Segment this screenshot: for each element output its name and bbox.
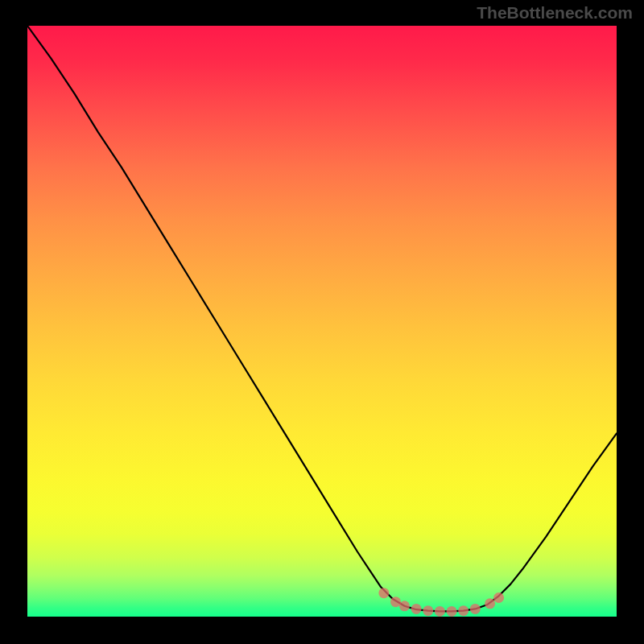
chart-marker bbox=[411, 604, 422, 614]
chart-marker bbox=[423, 605, 433, 616]
chart-plot-area bbox=[27, 26, 617, 617]
chart-marker bbox=[447, 606, 457, 617]
chart-marker bbox=[378, 588, 389, 598]
chart-marker bbox=[458, 605, 469, 616]
chart-marker bbox=[399, 601, 410, 611]
chart-svg bbox=[27, 26, 617, 617]
chart-curve bbox=[27, 26, 617, 611]
chart-marker bbox=[435, 606, 445, 617]
watermark-text: TheBottleneck.com bbox=[477, 3, 633, 23]
chart-marker bbox=[485, 598, 495, 609]
chart-marker bbox=[470, 604, 481, 614]
chart-marker bbox=[493, 592, 504, 603]
